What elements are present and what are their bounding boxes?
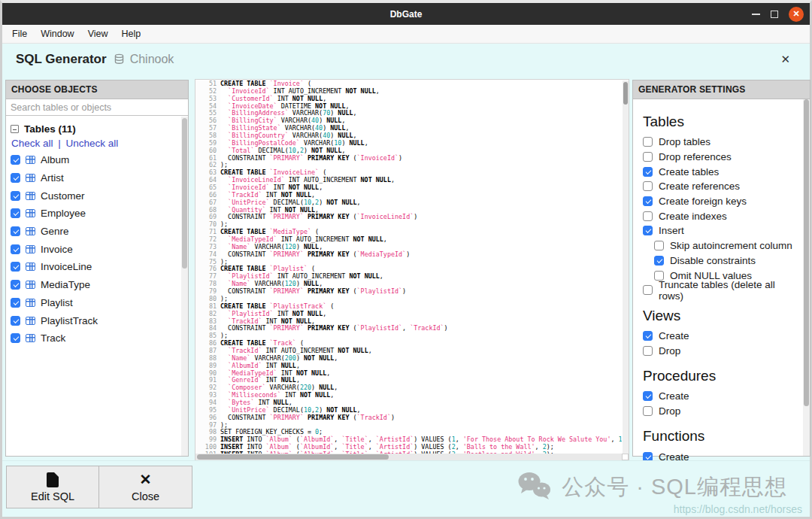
editor-horizontal-scrollbar[interactable] [195, 454, 622, 460]
settings-option[interactable]: Drop [643, 404, 802, 419]
table-checkbox[interactable] [11, 316, 20, 326]
table-checkbox[interactable] [11, 244, 20, 254]
collapse-icon[interactable] [11, 125, 19, 133]
settings-checkbox[interactable] [643, 226, 653, 235]
table-checkbox[interactable] [11, 155, 20, 165]
window-controls: ✕ [752, 3, 804, 25]
settings-option[interactable]: Drop tables [643, 135, 802, 150]
sql-code[interactable]: CREATE TABLE `Invoice` ( `InvoiceId` INT… [220, 80, 622, 454]
menu-item-window[interactable]: Window [34, 25, 80, 43]
main-area: CHOOSE OBJECTS Tables (11) Check all | U… [2, 74, 810, 460]
table-name: Playlist [41, 297, 73, 308]
table-list-item[interactable]: Employee [11, 205, 183, 223]
settings-checkbox[interactable] [643, 346, 653, 356]
table-list-item[interactable]: MediaType [11, 276, 183, 294]
table-checkbox[interactable] [11, 208, 20, 218]
table-icon [26, 245, 35, 253]
settings-option[interactable]: Create [643, 389, 802, 404]
menu-item-help[interactable]: Help [115, 25, 148, 43]
table-list-item[interactable]: Artist [11, 169, 183, 187]
table-list-item[interactable]: InvoiceLine [11, 258, 183, 276]
settings-option-label: Drop [659, 345, 680, 357]
table-name: Genre [41, 226, 69, 237]
settings-option-label: Create foreign keys [659, 196, 747, 207]
table-name: PlaylistTrack [41, 315, 98, 326]
choose-objects-panel: CHOOSE OBJECTS Tables (11) Check all | U… [5, 80, 189, 457]
edit-sql-button[interactable]: Edit SQL [6, 466, 99, 508]
table-list-item[interactable]: Playlist [11, 294, 183, 312]
generator-settings-panel: GENERATOR SETTINGS TablesDrop tablesDrop… [632, 80, 810, 457]
table-checkbox[interactable] [11, 298, 20, 308]
menu-item-view[interactable]: View [81, 25, 115, 43]
settings-option-label: Disable constraints [670, 255, 756, 266]
tables-group-row[interactable]: Tables (11) [11, 121, 183, 137]
settings-checkbox[interactable] [643, 167, 653, 177]
editor-vertical-scrollbar[interactable] [623, 80, 629, 454]
table-icon [26, 174, 35, 182]
close-button[interactable]: ✕ Close [99, 466, 192, 508]
table-list-item[interactable]: Invoice [11, 240, 183, 258]
settings-checkbox[interactable] [654, 271, 664, 281]
wechat-icon [517, 471, 553, 504]
close-dialog-icon[interactable]: ✕ [780, 53, 790, 66]
link-separator: | [58, 138, 61, 149]
settings-checkbox[interactable] [654, 241, 664, 250]
settings-scrollbar[interactable] [803, 99, 810, 456]
database-icon [114, 53, 125, 65]
settings-checkbox[interactable] [643, 181, 653, 191]
table-list-item[interactable]: Customer [11, 187, 183, 205]
table-icon [26, 334, 35, 342]
check-all-link[interactable]: Check all [11, 138, 53, 149]
uncheck-all-link[interactable]: Uncheck all [66, 138, 119, 149]
table-list-item[interactable]: Album [11, 151, 183, 169]
table-checkbox[interactable] [11, 226, 20, 236]
settings-checkbox[interactable] [643, 391, 653, 401]
dialog-title: SQL Generator [16, 52, 107, 67]
settings-option[interactable]: Insert [643, 223, 802, 238]
settings-option[interactable]: Create references [643, 179, 802, 194]
table-name: InvoiceLine [41, 261, 92, 272]
settings-checkbox[interactable] [643, 406, 653, 416]
tables-group-label: Tables (11) [24, 123, 76, 135]
window-title: DbGate [2, 9, 810, 20]
settings-option[interactable]: Create [643, 329, 802, 344]
left-panel-scrollbar[interactable] [181, 117, 188, 456]
menu-item-file[interactable]: File [5, 25, 34, 43]
table-checkbox[interactable] [11, 333, 20, 343]
dialog-header: SQL Generator Chinook ✕ [2, 44, 810, 74]
table-checkbox[interactable] [11, 262, 20, 272]
table-checkbox[interactable] [11, 191, 20, 201]
settings-option[interactable]: Drop [643, 343, 802, 358]
settings-checkbox[interactable] [643, 331, 653, 341]
watermark-text: 公众号 · SQL编程思想 [562, 472, 787, 502]
settings-checkbox[interactable] [643, 285, 653, 295]
maximize-icon[interactable] [771, 11, 778, 18]
settings-section-title: Functions [643, 428, 802, 445]
sql-editor[interactable]: 5152535455565758596061626364656667686970… [195, 79, 629, 461]
table-items: AlbumArtistCustomerEmployeeGenreInvoiceI… [11, 151, 183, 348]
settings-option[interactable]: Create tables [643, 164, 802, 179]
settings-checkbox[interactable] [643, 211, 653, 221]
settings-option-label: Create tables [659, 166, 719, 178]
table-list-item[interactable]: Genre [11, 223, 183, 241]
minimize-icon[interactable] [752, 14, 760, 15]
table-icon [26, 317, 35, 325]
settings-option[interactable]: Disable constraints [654, 253, 802, 269]
table-checkbox[interactable] [11, 173, 20, 183]
settings-option-label: Create [659, 330, 689, 341]
table-list-item[interactable]: Track [11, 329, 183, 348]
close-window-icon[interactable]: ✕ [789, 7, 804, 22]
table-checkbox[interactable] [11, 280, 20, 290]
settings-checkbox[interactable] [643, 137, 653, 147]
settings-option[interactable]: Truncate tables (delete all rows) [643, 283, 802, 298]
settings-option[interactable]: Skip autoincrement column [654, 238, 802, 253]
settings-checkbox[interactable] [643, 152, 653, 162]
settings-checkbox[interactable] [654, 256, 664, 266]
settings-option[interactable]: Create indexes [643, 208, 802, 223]
table-name: Employee [41, 208, 86, 219]
search-input[interactable] [6, 99, 188, 116]
settings-option[interactable]: Drop references [643, 150, 802, 165]
table-list-item[interactable]: PlaylistTrack [11, 311, 183, 329]
settings-checkbox[interactable] [643, 196, 653, 206]
settings-option[interactable]: Create foreign keys [643, 194, 802, 209]
